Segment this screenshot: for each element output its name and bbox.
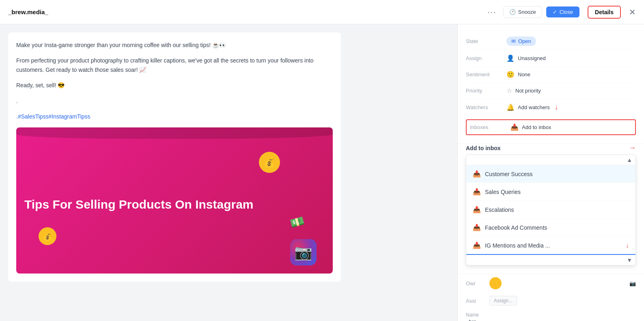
inboxes-label: Inboxes <box>470 124 510 130</box>
inbox-item-ig[interactable]: 📥 IG Mentions and Media ... ↓ <box>466 237 635 255</box>
coin-decoration-1: 💰 <box>259 152 280 173</box>
state-value: ✉ Open <box>506 37 536 46</box>
details-button[interactable]: Details <box>588 6 621 19</box>
snooze-button[interactable]: 🕐 Snooze <box>503 6 542 18</box>
priority-row: Priority ☆ Not priority <box>466 83 636 99</box>
inbox-icon-state: ✉ <box>511 38 516 44</box>
coin-decoration-2: 💰 <box>39 227 56 245</box>
state-label: State <box>466 38 506 44</box>
inbox-label-facebook: Facebook Ad Comments <box>485 224 547 231</box>
more-options-button[interactable]: ··· <box>487 7 497 17</box>
image-title: Tips For Selling Products On Instagram <box>24 198 325 212</box>
clock-icon: 🕐 <box>509 9 516 15</box>
inboxes-row-highlighted: Inboxes 📥 Add to inbox <box>466 119 636 135</box>
assign-row: Assign 👤 Unassigned <box>466 50 636 67</box>
name-value: _bre <box>466 319 636 321</box>
instagram-badge: 📷 <box>629 280 636 287</box>
page-title: _brew.media_ <box>8 9 487 15</box>
close-panel-button[interactable]: ✕ <box>629 7 636 17</box>
bell-icon: 🔔 <box>506 103 515 111</box>
close-button[interactable]: ✓ Close <box>546 6 579 17</box>
inbox-dropdown-title: Add to inbox <box>466 145 501 151</box>
star-icon: ☆ <box>506 87 512 95</box>
owner-avatar <box>489 277 502 289</box>
name-section: Name _bre <box>466 309 636 321</box>
priority-text: Not priority <box>515 88 541 94</box>
post-text-4: . <box>16 97 333 106</box>
sentiment-icon: 🙂 <box>506 71 515 78</box>
instagram-logo: 📷 <box>290 239 317 265</box>
post-card: Make your Insta-game stronger than your … <box>8 32 341 282</box>
owner-label: Owr <box>466 280 486 287</box>
assign-text: Unassigned <box>518 55 546 61</box>
scroll-down-button[interactable]: ▼ <box>627 257 632 263</box>
inbox-label-customer-success: Customer Success <box>485 171 532 177</box>
inbox-label-escalations: Escalations <box>485 207 514 213</box>
content-area: Make your Insta-game stronger than your … <box>0 24 457 321</box>
watchers-row: Watchers 🔔 Add watchers ↓ <box>466 99 636 116</box>
inbox-item-customer-success[interactable]: 📥 Customer Success <box>466 165 635 183</box>
sentiment-row: Sentiment 🙂 None <box>466 67 636 83</box>
inbox-icon-ig: 📥 <box>473 241 481 249</box>
watchers-label: Watchers <box>466 104 506 110</box>
inbox-item-facebook[interactable]: 📥 Facebook Ad Comments <box>466 219 635 237</box>
owner-row: Owr 📷 <box>466 274 636 293</box>
inbox-icon-sq: 📥 <box>473 188 481 196</box>
sentiment-text: None <box>518 71 530 78</box>
app-header: _brew.media_ ··· 🕐 Snooze ✓ Close Detail… <box>0 0 644 24</box>
inbox-label-sales-queries: Sales Queries <box>485 189 521 195</box>
assign-input[interactable]: Assign... <box>489 296 517 306</box>
arrow-to-dropdown: → <box>629 144 636 152</box>
inbox-item-escalations[interactable]: 📥 Escalations <box>466 201 635 219</box>
details-section: State ✉ Open Assign 👤 Unassigned Sent <box>458 24 644 144</box>
inbox-icon-fb: 📥 <box>473 224 481 231</box>
check-icon: ✓ <box>553 9 557 15</box>
post-text-1: Make your Insta-game stronger than your … <box>16 41 333 50</box>
add-inbox-text: Add to inbox <box>522 124 551 130</box>
name-label: Name <box>466 312 636 318</box>
add-to-inbox-section: Add to inbox → ▲ 📥 Customer Success 📥 Sa… <box>458 144 644 274</box>
arrow-down-watchers: ↓ <box>555 103 558 112</box>
snooze-label: Snooze <box>518 9 536 15</box>
post-text-2: From perfecting your product photography… <box>16 56 333 74</box>
right-panel: State ✉ Open Assign 👤 Unassigned Sent <box>457 24 644 321</box>
sentiment-value[interactable]: 🙂 None <box>506 71 530 78</box>
main-layout: Make your Insta-game stronger than your … <box>0 24 644 321</box>
add-to-inbox-value[interactable]: 📥 Add to inbox <box>510 123 551 131</box>
inbox-label-ig: IG Mentions and Media ... <box>485 242 550 249</box>
state-row: State ✉ Open <box>466 32 636 50</box>
post-hashtags: .#SalesTipss#InstagramTipss <box>16 112 333 121</box>
state-badge[interactable]: ✉ Open <box>506 37 536 46</box>
priority-label: Priority <box>466 88 506 94</box>
assign-value[interactable]: 👤 Unassigned <box>506 54 546 62</box>
money-decoration: 💵 <box>289 214 306 231</box>
priority-value[interactable]: ☆ Not priority <box>506 87 541 95</box>
close-label: Close <box>560 9 573 15</box>
watchers-text: Add watchers <box>518 104 550 110</box>
post-text-3: Ready, set, sell! 😎 <box>16 81 333 90</box>
state-text: Open <box>518 38 531 44</box>
assign-row-bottom: Assi Assign... <box>466 293 636 309</box>
inbox-item-sales-queries[interactable]: 📥 Sales Queries <box>466 183 635 201</box>
inbox-icon-esc: 📥 <box>473 206 481 213</box>
inbox-dropdown: ▲ 📥 Customer Success 📥 Sales Queries 📥 E… <box>466 155 636 265</box>
bottom-panel: Owr 📷 Assi Assign... Name _bre <box>458 274 644 321</box>
scroll-up-button[interactable]: ▲ <box>627 157 632 163</box>
post-image: Tips For Selling Products On Instagram 💰… <box>16 127 333 274</box>
assign-label: Assign <box>466 55 506 61</box>
user-icon: 👤 <box>506 54 515 62</box>
sentiment-label: Sentiment <box>466 71 506 78</box>
inbox-icon-cs: 📥 <box>473 170 481 178</box>
watchers-value[interactable]: 🔔 Add watchers ↓ <box>506 103 558 112</box>
assign-label-bottom: Assi <box>466 298 486 304</box>
arrow-ig: ↓ <box>626 242 629 249</box>
inbox-icon-btn: 📥 <box>510 123 519 131</box>
